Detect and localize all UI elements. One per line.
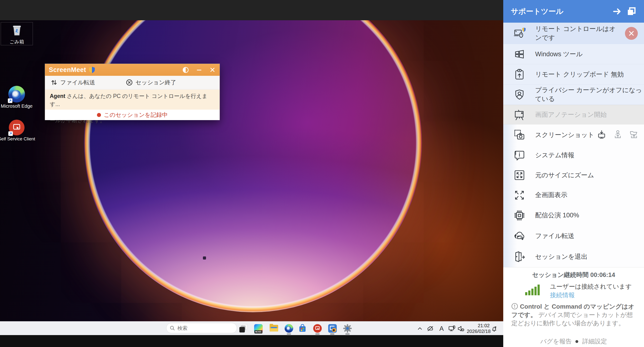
m365-copilot-icon: M365 — [254, 324, 263, 333]
taskbar-m365-copilot-button[interactable]: M365 — [254, 324, 263, 333]
windows-tools-icon — [513, 48, 526, 60]
desktop-icon-label: ごみ箱 — [10, 39, 24, 45]
screenmeet-dialog: ScreenMeet ファイル転送 — [45, 64, 220, 120]
mouse-cursor-dot — [203, 256, 206, 259]
cloud-file-transfer-icon — [513, 230, 526, 242]
end-session-button[interactable]: セッション終了 — [126, 79, 176, 86]
tray-clock[interactable]: 21:02 2026/02/18 — [467, 323, 490, 334]
screenmeet-running-indicator — [330, 333, 334, 334]
session-duration: セッション継続時間 00:06:14 — [503, 271, 644, 279]
key-mapping-notice: Control と Command のマッピングはオフです。 デバイス間でショー… — [511, 302, 638, 327]
taskbar-self-service-button[interactable] — [313, 324, 322, 333]
exit-door-icon — [513, 250, 526, 263]
edge-icon — [8, 86, 25, 103]
letterbox-bottom — [0, 335, 503, 347]
monitor-device-icon — [448, 324, 456, 333]
dismiss-remote-control-button[interactable] — [625, 27, 638, 40]
save-to-monitor-button[interactable] — [597, 130, 606, 140]
sidebar-item-file-transfer[interactable]: ファイル転送 — [503, 226, 644, 246]
sidebar-item-stream-performance[interactable]: 配信公演 100% — [503, 205, 644, 226]
sidebar-item-exit-session[interactable]: セッションを退出 — [503, 246, 644, 267]
sidebar-item-remote-control[interactable]: リモート コントロールはオンです — [503, 23, 644, 44]
edge-icon — [284, 324, 293, 333]
file-explorer-icon — [270, 325, 278, 332]
taskbar-store-button[interactable] — [298, 324, 307, 333]
dialog-titlebar[interactable]: ScreenMeet — [45, 64, 220, 76]
taskbar-task-view-button[interactable] — [239, 324, 248, 333]
sidebar-item-remote-clipboard[interactable]: リモート クリップボード 無効 — [503, 64, 644, 85]
desktop-icon-microsoft-edge[interactable]: Microsoft Edge — [2, 86, 32, 110]
settings-running-indicator — [345, 333, 350, 334]
pop-out-windows-icon — [626, 7, 636, 17]
pop-out-button[interactable] — [626, 6, 637, 17]
screenshot-camera-icon — [513, 129, 526, 141]
fullscreen-arrows-icon — [513, 189, 526, 201]
user-connected-status: ユーザーは接続されています — [550, 282, 632, 291]
taskbar-settings-button[interactable] — [343, 324, 352, 333]
chevron-up-icon — [417, 326, 423, 331]
close-icon — [628, 31, 634, 36]
close-icon[interactable] — [206, 64, 219, 76]
taskbar-file-explorer-button[interactable] — [269, 324, 278, 333]
send-to-user-button[interactable] — [613, 130, 622, 140]
shortcut-arrow-icon — [8, 131, 13, 136]
ime-mode-label: A — [440, 325, 444, 332]
sidebar-item-screenshot[interactable]: スクリーンショット — [503, 124, 644, 145]
sidebar-item-zoom-original[interactable]: 元のサイズにズーム — [503, 165, 644, 185]
tray-display-device-button[interactable] — [448, 324, 456, 333]
clipboard-upload-icon — [513, 68, 526, 81]
sidebar-item-privacy-curtain[interactable]: プライバシー カーテンがオフになっている — [503, 85, 644, 105]
record-dot-icon — [97, 113, 101, 117]
dialog-toolbar: ファイル転送 セッション終了 — [45, 76, 220, 89]
tray-onedrive-paused-button[interactable] — [426, 324, 434, 333]
panel-footer: バグを報告 詳細設定 — [503, 337, 644, 345]
recording-status: このセッションを記録中 — [45, 110, 220, 120]
open-folder-button[interactable] — [629, 130, 639, 140]
session-status-section: セッション継続時間 00:06:14 ユーザーは接続されています 接続情報 Co… — [503, 267, 644, 347]
tray-volume-muted-button[interactable] — [457, 324, 465, 333]
stream-chip-icon — [513, 209, 526, 222]
screenmeet-app-icon — [328, 324, 337, 333]
taskbar-screenmeet-button[interactable] — [328, 324, 337, 333]
self-service-client-icon — [9, 120, 24, 135]
recycle-bin-icon — [10, 23, 24, 38]
arrow-right-icon — [612, 6, 622, 17]
gear-icon — [343, 324, 352, 333]
taskbar-edge-button[interactable] — [284, 324, 294, 333]
collapse-panel-button[interactable] — [612, 6, 622, 17]
desktop-icon-label: Self Service Client — [0, 136, 35, 142]
desktop-icon-recycle-bin[interactable]: ごみ箱 — [1, 22, 33, 45]
edge-running-indicator — [287, 333, 291, 334]
file-transfer-button[interactable]: ファイル転送 — [51, 79, 95, 86]
speaker-muted-icon — [457, 324, 465, 333]
remote-desktop-view: ごみ箱 Microsoft Edge Self Service Client — [0, 0, 503, 347]
sidebar-item-screen-annotation[interactable]: 画面アノテーション開始 — [503, 105, 644, 124]
sidebar-item-system-info[interactable]: システム情報 — [503, 145, 644, 165]
up-down-arrows-icon — [51, 79, 58, 86]
screenshot-actions — [597, 130, 639, 140]
sidebar-item-fullscreen[interactable]: 全画面表示 — [503, 185, 644, 205]
report-bug-link[interactable]: バグを報告 — [540, 337, 572, 345]
tray-ime-mode-button[interactable]: A — [438, 324, 446, 333]
cloud-slash-icon — [426, 325, 434, 332]
taskbar-search-input[interactable]: 検索 — [166, 323, 237, 333]
sidebar-item-windows-tools[interactable]: Windows ツール — [503, 44, 644, 64]
remote-control-laptop-icon — [513, 27, 526, 40]
privacy-shield-icon — [513, 88, 526, 101]
tray-notifications-button[interactable] — [490, 324, 498, 333]
circled-x-icon — [126, 79, 133, 86]
support-tools-panel: サポートツール リモート コントロールはオンです Windows ツール — [503, 0, 644, 347]
theme-contrast-button[interactable] — [179, 64, 192, 76]
desktop-icon-self-service-client[interactable]: Self Service Client — [1, 120, 32, 143]
advanced-settings-link[interactable]: 詳細設定 — [582, 337, 607, 345]
footer-dot-icon — [576, 340, 578, 343]
minimize-button[interactable] — [193, 64, 205, 76]
letterbox-top — [0, 0, 503, 20]
connection-info-link[interactable]: 接続情報 — [550, 291, 632, 299]
screenmeet-logo-icon — [88, 66, 95, 73]
self-service-running-indicator — [315, 333, 320, 334]
clock-time: 21:02 — [467, 323, 490, 328]
support-tools-header: サポートツール — [503, 0, 644, 23]
shortcut-arrow-icon — [8, 98, 12, 103]
tray-hidden-icons-button[interactable] — [416, 324, 424, 333]
